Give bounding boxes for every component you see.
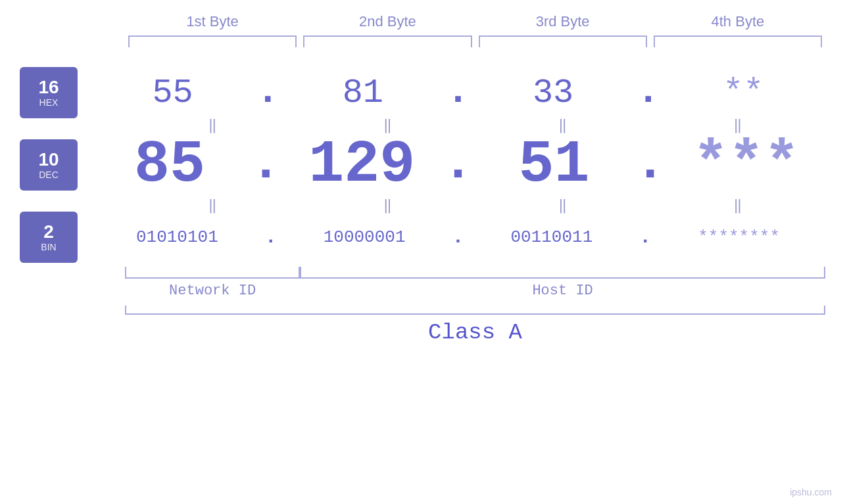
id-section: Network ID Host ID bbox=[125, 267, 825, 299]
byte1-header: 1st Byte bbox=[125, 13, 300, 35]
dec-values: 85 . 129 . 51 . *** bbox=[91, 131, 825, 198]
hex-values: 55 . 81 . 33 . ** bbox=[91, 69, 825, 117]
hex-base-number: 16 bbox=[38, 78, 59, 98]
hex-badge: 16 HEX bbox=[20, 67, 78, 118]
byte4-header: 4th Byte bbox=[650, 13, 825, 35]
byte-headers: 1st Byte 2nd Byte 3rd Byte 4th Byte bbox=[125, 13, 825, 35]
bracket-b1 bbox=[128, 35, 297, 47]
dec-b3-value: 51 bbox=[475, 131, 633, 198]
class-bracket bbox=[125, 306, 825, 315]
bracket-row-top bbox=[125, 35, 825, 47]
hex-row: 16 HEX 55 . 81 . 33 . ** bbox=[20, 67, 825, 118]
dec-b4-value: *** bbox=[667, 131, 825, 198]
dec-b1-value: 85 bbox=[91, 131, 249, 198]
equals-row-1: ‖ ‖ ‖ ‖ bbox=[125, 118, 825, 131]
hex-b4-value: ** bbox=[662, 74, 825, 112]
bracket-b4 bbox=[654, 35, 822, 47]
bin-b1-cell: 01010101 bbox=[91, 227, 264, 247]
dec-badge: 10 DEC bbox=[20, 139, 78, 191]
bin-row: 2 BIN 01010101 . 10000001 . 00110011 . *… bbox=[20, 212, 825, 263]
dec-b1-cell: 85 bbox=[91, 131, 249, 198]
hex-b1-cell: 55 bbox=[91, 74, 254, 112]
dec-dot1: . bbox=[249, 133, 283, 193]
bin-b2-value: 10000001 bbox=[278, 227, 451, 247]
hex-dot1: . bbox=[254, 69, 281, 114]
hex-b3-cell: 33 bbox=[471, 74, 635, 112]
bin-dot2: . bbox=[450, 226, 465, 248]
network-id-bracket bbox=[125, 267, 300, 279]
host-id-block: Host ID bbox=[300, 267, 825, 299]
byte2-header: 2nd Byte bbox=[300, 13, 475, 35]
byte3-header: 3rd Byte bbox=[475, 13, 650, 35]
dec-dot2: . bbox=[441, 133, 475, 193]
dec-row: 10 DEC 85 . 129 . 51 . *** bbox=[20, 131, 825, 198]
hex-b2-cell: 81 bbox=[281, 74, 445, 112]
hex-dot3: . bbox=[635, 69, 662, 114]
host-id-bracket bbox=[300, 267, 825, 279]
bin-dot3: . bbox=[638, 226, 652, 248]
bin-b3-cell: 00110011 bbox=[466, 227, 639, 247]
dec-b2-cell: 129 bbox=[283, 131, 441, 198]
dec-base-label: DEC bbox=[39, 170, 59, 180]
bin-base-number: 2 bbox=[43, 222, 54, 242]
bin-b2-cell: 10000001 bbox=[278, 227, 451, 247]
bin-b1-value: 01010101 bbox=[91, 227, 264, 247]
class-label: Class A bbox=[125, 320, 825, 345]
dec-b3-cell: 51 bbox=[475, 131, 633, 198]
equals-row-2: ‖ ‖ ‖ ‖ bbox=[125, 198, 825, 212]
dec-b4-cell: *** bbox=[667, 131, 825, 198]
bin-dot1: . bbox=[264, 226, 278, 248]
bin-base-label: BIN bbox=[41, 242, 56, 252]
host-id-label: Host ID bbox=[532, 283, 592, 299]
bin-b4-value: ******** bbox=[652, 227, 825, 247]
bin-badge: 2 BIN bbox=[20, 212, 78, 263]
bin-b3-value: 00110011 bbox=[466, 227, 639, 247]
hex-b4-cell: ** bbox=[662, 74, 825, 112]
main-container: 1st Byte 2nd Byte 3rd Byte 4th Byte 16 H… bbox=[0, 0, 845, 504]
bracket-b3 bbox=[479, 35, 647, 47]
hex-dot2: . bbox=[445, 69, 471, 114]
dec-b2-value: 129 bbox=[283, 131, 441, 198]
dec-base-number: 10 bbox=[38, 150, 59, 170]
network-id-label: Network ID bbox=[169, 283, 256, 299]
hex-b1-value: 55 bbox=[91, 74, 254, 112]
network-id-block: Network ID bbox=[125, 267, 300, 299]
hex-b2-value: 81 bbox=[281, 74, 445, 112]
hex-b3-value: 33 bbox=[471, 74, 635, 112]
hex-base-label: HEX bbox=[39, 97, 59, 108]
bin-values: 01010101 . 10000001 . 00110011 . *******… bbox=[91, 226, 825, 248]
bin-b4-cell: ******** bbox=[652, 227, 825, 247]
bracket-b2 bbox=[303, 35, 471, 47]
watermark: ipshu.com bbox=[790, 487, 832, 497]
class-section: Class A bbox=[125, 306, 825, 345]
dec-dot3: . bbox=[633, 133, 667, 193]
